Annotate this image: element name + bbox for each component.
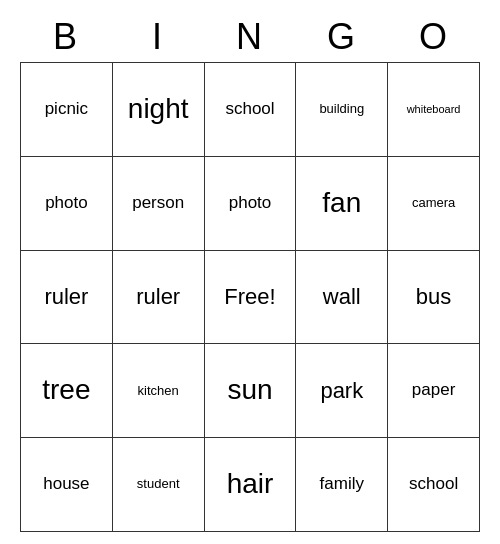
cell-text: ruler (44, 285, 88, 309)
cell-text: park (320, 379, 363, 403)
bingo-cell: picnic (21, 63, 113, 157)
bingo-cell: whiteboard (388, 63, 480, 157)
bingo-cell: park (296, 344, 388, 438)
bingo-cell: fan (296, 157, 388, 251)
bingo-cell: Free! (205, 251, 297, 345)
bingo-cell: house (21, 438, 113, 532)
bingo-cell: night (113, 63, 205, 157)
cell-text: whiteboard (407, 103, 461, 115)
cell-text: person (132, 194, 184, 213)
cell-text: ruler (136, 285, 180, 309)
cell-text: kitchen (138, 384, 179, 398)
bingo-cell: wall (296, 251, 388, 345)
bingo-cell: camera (388, 157, 480, 251)
cell-text: paper (412, 381, 455, 400)
cell-text: house (43, 475, 89, 494)
cell-text: night (128, 94, 189, 125)
cell-text: fan (322, 188, 361, 219)
cell-text: wall (323, 285, 361, 309)
bingo-card: BINGO picnicnightschoolbuildingwhiteboar… (20, 12, 480, 532)
bingo-cell: school (388, 438, 480, 532)
cell-text: school (409, 475, 458, 494)
bingo-cell: ruler (113, 251, 205, 345)
bingo-cell: school (205, 63, 297, 157)
header-letter: I (112, 12, 204, 62)
cell-text: camera (412, 196, 455, 210)
bingo-cell: bus (388, 251, 480, 345)
bingo-cell: ruler (21, 251, 113, 345)
bingo-cell: photo (21, 157, 113, 251)
cell-text: bus (416, 285, 451, 309)
bingo-cell: paper (388, 344, 480, 438)
bingo-grid: picnicnightschoolbuildingwhiteboardphoto… (20, 62, 480, 532)
header-letter: G (296, 12, 388, 62)
bingo-cell: building (296, 63, 388, 157)
bingo-cell: tree (21, 344, 113, 438)
bingo-cell: person (113, 157, 205, 251)
bingo-cell: student (113, 438, 205, 532)
bingo-header: BINGO (20, 12, 480, 62)
cell-text: sun (227, 375, 272, 406)
bingo-cell: kitchen (113, 344, 205, 438)
cell-text: hair (227, 469, 274, 500)
cell-text: family (320, 475, 364, 494)
bingo-cell: family (296, 438, 388, 532)
bingo-cell: hair (205, 438, 297, 532)
header-letter: B (20, 12, 112, 62)
cell-text: school (225, 100, 274, 119)
bingo-cell: photo (205, 157, 297, 251)
cell-text: student (137, 477, 180, 491)
cell-text: building (319, 102, 364, 116)
header-letter: N (204, 12, 296, 62)
cell-text: photo (229, 194, 272, 213)
cell-text: picnic (45, 100, 88, 119)
bingo-cell: sun (205, 344, 297, 438)
cell-text: tree (42, 375, 90, 406)
cell-text: photo (45, 194, 88, 213)
cell-text: Free! (224, 285, 275, 309)
header-letter: O (388, 12, 480, 62)
